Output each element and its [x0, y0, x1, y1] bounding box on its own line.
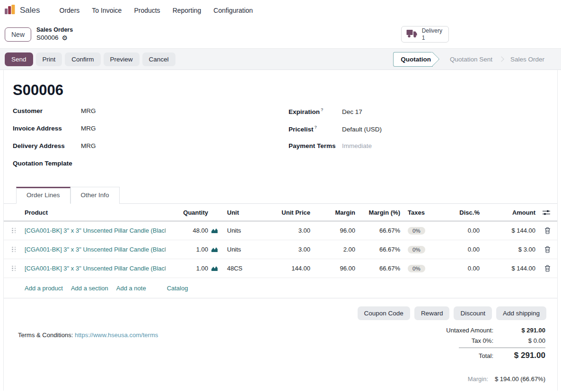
field-label: Delivery Address — [13, 142, 81, 149]
confirm-button[interactable]: Confirm — [65, 52, 100, 66]
forecast-icon[interactable] — [208, 227, 220, 234]
product-link[interactable]: [CGA001-BK] 3" x 3" Unscented Pillar Can… — [25, 246, 166, 253]
control-panel: New Sales Orders S00006 ⚙ Delivery 1 — [0, 20, 561, 48]
coupon-code-button[interactable]: Coupon Code — [358, 306, 410, 320]
margin-pct-cell: 66.67% — [355, 246, 400, 253]
catalog-link[interactable]: Catalog — [167, 285, 188, 292]
tax-row: Tax 0%: $ 0.00 — [413, 337, 545, 344]
app-name[interactable]: Sales — [20, 6, 40, 15]
tax-tag[interactable]: 0% — [408, 246, 425, 253]
add-note-link[interactable]: Add a note — [116, 285, 146, 292]
unit-price-cell[interactable]: 3.00 — [258, 227, 310, 234]
col-unit[interactable]: Unit — [220, 209, 258, 216]
drag-handle-icon[interactable] — [12, 228, 16, 234]
margin-pct-cell: 66.67% — [355, 265, 400, 272]
terms-link[interactable]: https://www.hseusa.com/terms — [75, 331, 158, 339]
field-label: Customer — [13, 107, 81, 114]
nav-item-configuration[interactable]: Configuration — [207, 3, 259, 17]
top-navbar: Sales Orders To Invoice Products Reporti… — [0, 0, 561, 20]
delivery-smart-button[interactable]: Delivery 1 — [401, 26, 449, 43]
help-icon: ? — [315, 125, 317, 130]
untaxed-amount-row: Untaxed Amount: $ 291.00 — [413, 327, 545, 334]
add-section-link[interactable]: Add a section — [71, 285, 108, 292]
status-step-quotation-sent[interactable]: Quotation Sent — [444, 52, 498, 66]
statusbar: Quotation Quotation Sent Sales Order — [393, 52, 550, 67]
unit-cell[interactable]: 48CS — [220, 265, 258, 272]
delivery-address-value[interactable]: MRG — [81, 142, 96, 149]
status-step-sales-order[interactable]: Sales Order — [505, 52, 550, 66]
truck-icon — [406, 29, 418, 39]
col-unit-price[interactable]: Unit Price — [258, 209, 310, 216]
product-link[interactable]: [CGA001-BK] 3" x 3" Unscented Pillar Can… — [25, 227, 166, 234]
status-step-quotation[interactable]: Quotation — [393, 52, 433, 67]
tab-other-info[interactable]: Other Info — [70, 187, 120, 204]
untaxed-value: $ 291.00 — [493, 327, 545, 334]
payment-terms-value[interactable]: Immediate — [342, 142, 372, 149]
forecast-icon[interactable] — [208, 246, 220, 253]
nav-item-orders[interactable]: Orders — [53, 3, 86, 17]
preview-button[interactable]: Preview — [104, 52, 140, 66]
totals-divider — [459, 348, 545, 348]
optional-columns-icon[interactable] — [535, 209, 551, 216]
send-button[interactable]: Send — [5, 52, 33, 66]
pricelist-value[interactable]: Default (USD) — [342, 126, 382, 133]
delete-row-icon[interactable] — [535, 246, 551, 253]
field-delivery-address: Delivery Address MRG — [13, 142, 280, 153]
delete-row-icon[interactable] — [535, 227, 551, 234]
invoice-address-value[interactable]: MRG — [81, 125, 96, 132]
col-product[interactable]: Product — [20, 209, 166, 216]
col-quantity[interactable]: Quantity — [166, 209, 208, 216]
add-shipping-button[interactable]: Add shipping — [496, 306, 546, 320]
margin-cell: 2.00 — [310, 246, 355, 253]
nav-item-products[interactable]: Products — [128, 3, 166, 17]
cancel-button[interactable]: Cancel — [142, 52, 175, 66]
reward-button[interactable]: Reward — [414, 306, 450, 320]
disc-cell[interactable]: 0.00 — [437, 227, 480, 234]
disc-cell[interactable]: 0.00 — [437, 265, 480, 272]
unit-price-cell[interactable]: 144.00 — [258, 265, 310, 272]
print-button[interactable]: Print — [36, 52, 62, 66]
margin-cell: 96.00 — [310, 227, 355, 234]
new-button[interactable]: New — [5, 27, 31, 42]
tax-tag[interactable]: 0% — [408, 265, 425, 272]
col-taxes[interactable]: Taxes — [400, 209, 437, 216]
drag-handle-icon[interactable] — [12, 266, 16, 271]
field-label: Expiration? — [289, 107, 342, 115]
order-line-row: [CGA001-BK] 3" x 3" Unscented Pillar Can… — [4, 221, 557, 240]
delete-row-icon[interactable] — [535, 265, 551, 272]
sales-app-icon — [4, 4, 16, 17]
app-switcher[interactable]: Sales — [4, 4, 40, 17]
margin-label: Margin: — [468, 375, 488, 383]
field-label: Payment Terms — [289, 142, 342, 149]
gear-icon[interactable]: ⚙ — [62, 35, 68, 41]
col-margin[interactable]: Margin — [310, 209, 355, 216]
page-title: S00006 — [4, 70, 557, 105]
col-disc[interactable]: Disc.% — [437, 209, 480, 216]
col-margin-pct[interactable]: Margin (%) — [355, 209, 400, 216]
smart-button-count: 1 — [422, 35, 442, 42]
nav-item-to-invoice[interactable]: To Invoice — [86, 3, 128, 17]
disc-cell[interactable]: 0.00 — [437, 246, 480, 253]
forecast-icon[interactable] — [208, 265, 220, 271]
quantity-cell[interactable]: 48.00 — [166, 227, 208, 234]
unit-cell[interactable]: Units — [220, 246, 258, 253]
tax-tag[interactable]: 0% — [408, 227, 425, 235]
discount-button[interactable]: Discount — [454, 306, 492, 320]
unit-cell[interactable]: Units — [220, 227, 258, 234]
drag-handle-icon[interactable] — [12, 247, 16, 253]
quantity-cell[interactable]: 1.00 — [166, 265, 208, 272]
product-link[interactable]: [CGA001-BK] 3" x 3" Unscented Pillar Can… — [25, 265, 166, 272]
breadcrumb-parent[interactable]: Sales Orders — [36, 26, 73, 34]
add-product-link[interactable]: Add a product — [25, 285, 63, 292]
field-pricelist: Pricelist? Default (USD) — [289, 125, 548, 135]
breadcrumb: Sales Orders S00006 ⚙ — [36, 26, 73, 42]
col-amount[interactable]: Amount — [480, 209, 535, 216]
help-icon: ? — [321, 107, 324, 112]
customer-value[interactable]: MRG — [81, 107, 96, 114]
unit-price-cell[interactable]: 3.00 — [258, 246, 310, 253]
expiration-value[interactable]: Dec 17 — [342, 108, 362, 115]
untaxed-label: Untaxed Amount: — [446, 327, 493, 334]
quantity-cell[interactable]: 1.00 — [166, 246, 208, 253]
nav-item-reporting[interactable]: Reporting — [167, 3, 208, 17]
tab-order-lines[interactable]: Order Lines — [16, 187, 70, 204]
